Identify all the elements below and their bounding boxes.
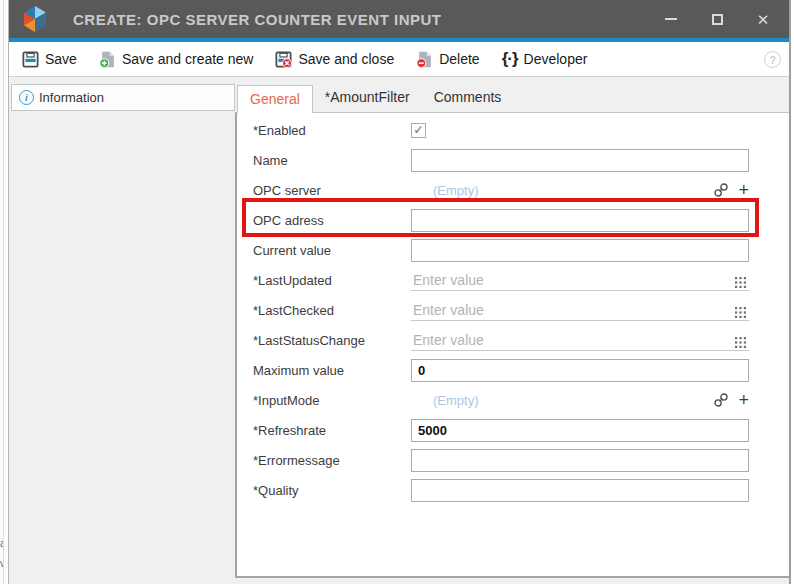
form-row-refreshrate: *Refreshrate bbox=[237, 415, 789, 445]
background-window-border bbox=[3, 0, 4, 584]
form-row-quality: *Quality bbox=[237, 475, 789, 505]
close-button[interactable]: ✕ bbox=[749, 5, 777, 33]
field-label: *LastChecked bbox=[253, 303, 411, 318]
add-icon[interactable]: + bbox=[738, 391, 749, 409]
opc-adress-input[interactable] bbox=[411, 209, 749, 232]
field-label: Name bbox=[253, 153, 411, 168]
app-cube-logo-icon bbox=[21, 4, 49, 34]
save-and-close-button[interactable]: Save and close bbox=[275, 51, 394, 68]
window-title: CREATE: OPC SERVER COUNTER EVENT INPUT bbox=[73, 11, 441, 28]
save-and-create-new-button-label: Save and create new bbox=[122, 51, 254, 67]
link-icon[interactable] bbox=[713, 182, 729, 198]
tab-comments[interactable]: Comments bbox=[422, 84, 514, 112]
grid-picker-icon[interactable] bbox=[734, 336, 747, 349]
save-button-label: Save bbox=[45, 51, 77, 67]
help-icon: ? bbox=[769, 54, 776, 66]
background-window-text-fragment: vi bbox=[0, 558, 3, 569]
developer-icon: {·} bbox=[502, 49, 518, 69]
title-bar: CREATE: OPC SERVER COUNTER EVENT INPUT ✕ bbox=[9, 0, 789, 38]
opc-server-value[interactable]: (Empty) bbox=[433, 183, 479, 198]
save-button[interactable]: Save bbox=[22, 51, 77, 68]
form-row-opc-adress: OPC adress bbox=[237, 205, 789, 235]
save-and-close-icon bbox=[275, 51, 292, 68]
delete-icon bbox=[416, 51, 433, 68]
refreshrate-input[interactable] bbox=[411, 419, 749, 442]
form-row-lastupdated: *LastUpdated bbox=[237, 265, 789, 295]
developer-button-label: Developer bbox=[524, 51, 588, 67]
developer-button[interactable]: {·} Developer bbox=[502, 49, 588, 69]
save-icon bbox=[22, 51, 39, 68]
dialog-window: CREATE: OPC SERVER COUNTER EVENT INPUT ✕… bbox=[8, 0, 791, 584]
errormessage-input[interactable] bbox=[411, 449, 749, 472]
form-row-laststatuschange: *LastStatusChange bbox=[237, 325, 789, 355]
field-label: *LastUpdated bbox=[253, 273, 411, 288]
delete-button-label: Delete bbox=[439, 51, 479, 67]
field-label: *Quality bbox=[253, 483, 411, 498]
sidebar-item-information[interactable]: i Information bbox=[11, 84, 235, 111]
add-icon[interactable]: + bbox=[738, 181, 749, 199]
field-label: *InputMode bbox=[253, 393, 411, 408]
delete-button[interactable]: Delete bbox=[416, 51, 479, 68]
form-row-current-value: Current value bbox=[237, 235, 789, 265]
content-area: General *AmountFilter Comments *Enabled … bbox=[235, 77, 789, 578]
enabled-checkbox[interactable]: ✓ bbox=[411, 123, 426, 138]
field-label: *LastStatusChange bbox=[253, 333, 411, 348]
save-and-create-new-button[interactable]: Save and create new bbox=[99, 51, 254, 68]
form-row-maximum-value: Maximum value bbox=[237, 355, 789, 385]
tab-amountfilter[interactable]: *AmountFilter bbox=[313, 84, 422, 112]
field-label: Current value bbox=[253, 243, 411, 258]
maximum-value-input[interactable] bbox=[411, 359, 749, 382]
help-button[interactable]: ? bbox=[764, 51, 781, 68]
field-label: OPC server bbox=[253, 183, 411, 198]
minimize-button[interactable] bbox=[657, 5, 685, 33]
grid-picker-icon[interactable] bbox=[734, 276, 747, 289]
field-label: *Refreshrate bbox=[253, 423, 411, 438]
laststatuschange-input[interactable] bbox=[411, 329, 749, 351]
maximize-icon bbox=[712, 14, 723, 25]
save-and-create-new-icon bbox=[99, 51, 116, 68]
maximize-button[interactable] bbox=[703, 5, 731, 33]
form-row-lastchecked: *LastChecked bbox=[237, 295, 789, 325]
field-label: *Errormessage bbox=[253, 453, 411, 468]
sidebar: i Information bbox=[9, 77, 235, 578]
sidebar-item-label: Information bbox=[39, 90, 104, 105]
current-value-input[interactable] bbox=[411, 239, 749, 262]
form-row-opc-server: OPC server (Empty) + bbox=[237, 175, 789, 205]
lastupdated-input[interactable] bbox=[411, 269, 749, 291]
field-label: Maximum value bbox=[253, 363, 411, 378]
form-row-enabled: *Enabled ✓ bbox=[237, 115, 789, 145]
tab-general[interactable]: General bbox=[237, 85, 313, 113]
minimize-icon bbox=[665, 18, 677, 20]
name-input[interactable] bbox=[411, 149, 749, 172]
form-panel: *Enabled ✓ Name OPC server bbox=[235, 112, 789, 578]
form-row-inputmode: *InputMode (Empty) + bbox=[237, 385, 789, 415]
inputmode-value[interactable]: (Empty) bbox=[433, 393, 479, 408]
link-icon[interactable] bbox=[713, 392, 729, 408]
quality-input[interactable] bbox=[411, 479, 749, 502]
info-icon: i bbox=[19, 90, 34, 105]
form-row-errormessage: *Errormessage bbox=[237, 445, 789, 475]
check-icon: ✓ bbox=[413, 124, 423, 136]
background-window-text-fragment: ar bbox=[0, 538, 3, 549]
grid-picker-icon[interactable] bbox=[734, 306, 747, 319]
background-window-sliver: ar vi bbox=[0, 0, 8, 584]
field-label: *Enabled bbox=[253, 123, 411, 138]
tab-strip: General *AmountFilter Comments bbox=[235, 84, 789, 112]
main-area: i Information General *AmountFilter Comm… bbox=[9, 77, 789, 584]
field-label: OPC adress bbox=[253, 213, 411, 228]
lastchecked-input[interactable] bbox=[411, 299, 749, 321]
toolbar: Save Save and create new Save and close bbox=[9, 42, 789, 77]
form-row-name: Name bbox=[237, 145, 789, 175]
close-icon: ✕ bbox=[757, 12, 770, 27]
save-and-close-button-label: Save and close bbox=[298, 51, 394, 67]
